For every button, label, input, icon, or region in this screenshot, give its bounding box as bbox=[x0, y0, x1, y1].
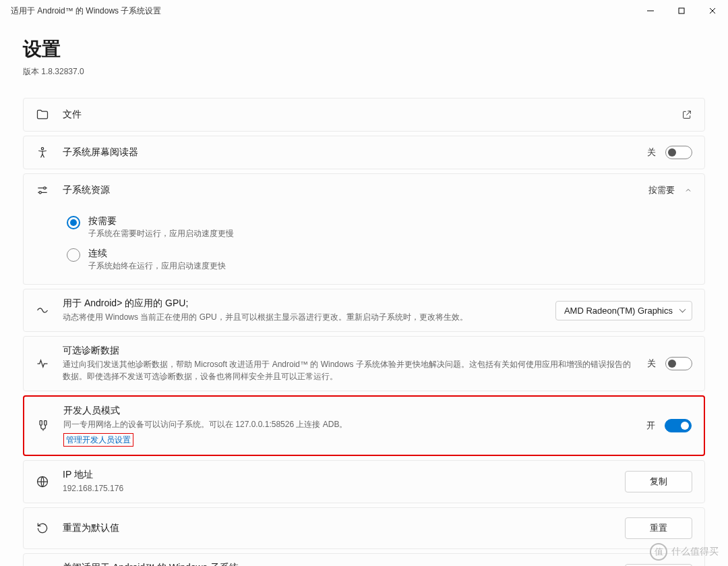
manage-developer-settings-link[interactable]: 管理开发人员设置 bbox=[66, 435, 131, 445]
gpu-title: 用于 Android> 的应用的 GPU; bbox=[63, 298, 542, 310]
developer-desc: 同一专用网络上的设备可以访问子系统。可以在 127.0.0.1:58526 上连… bbox=[63, 418, 633, 430]
resource-option-on-demand[interactable]: 按需要 子系统在需要时运行，应用启动速度更慢 bbox=[67, 211, 692, 244]
copy-ip-button[interactable]: 复制 bbox=[625, 471, 692, 492]
resources-state: 按需要 bbox=[648, 184, 675, 196]
svg-point-1 bbox=[41, 148, 43, 150]
screen-reader-label: 子系统屏幕阅读器 bbox=[63, 146, 634, 159]
svg-point-3 bbox=[39, 192, 41, 194]
ip-title: IP 地址 bbox=[63, 469, 611, 481]
reset-row: 重置为默认值 重置 bbox=[23, 507, 705, 549]
gpu-row: 用于 Android> 的应用的 GPU; 动态将使用 Windows 当前正在… bbox=[23, 289, 705, 332]
reset-button[interactable]: 重置 bbox=[625, 517, 692, 539]
shutdown-title: 关闭适用于 Android™ 的 Windows 子系统 bbox=[63, 562, 611, 566]
radio-unselected-icon[interactable] bbox=[67, 248, 80, 262]
option-desc: 子系统始终在运行，应用启动速度更快 bbox=[88, 260, 226, 272]
gpu-select[interactable]: AMD Radeon(TM) Graphics bbox=[555, 301, 692, 320]
watermark: 值 什么值得买 bbox=[650, 543, 719, 561]
minimize-button[interactable] bbox=[635, 0, 666, 22]
developer-toggle[interactable] bbox=[665, 419, 692, 432]
external-link-icon bbox=[681, 109, 692, 120]
svg-rect-0 bbox=[679, 8, 684, 13]
chevron-up-icon bbox=[684, 186, 692, 194]
watermark-badge-icon: 值 bbox=[650, 543, 667, 561]
globe-icon bbox=[36, 475, 49, 488]
developer-icon bbox=[36, 419, 50, 432]
window-controls bbox=[635, 0, 728, 22]
resources-options: 按需要 子系统在需要时运行，应用启动速度更慢 连续 子系统始终在运行，应用启动速… bbox=[23, 203, 705, 285]
reset-title: 重置为默认值 bbox=[63, 522, 611, 534]
svg-rect-4 bbox=[40, 421, 42, 426]
version-label: 版本 1.8.32837.0 bbox=[23, 66, 705, 78]
option-title: 按需要 bbox=[88, 215, 234, 227]
screen-reader-row[interactable]: 子系统屏幕阅读器 关 bbox=[23, 136, 705, 169]
files-label: 文件 bbox=[63, 109, 668, 121]
close-button[interactable] bbox=[697, 0, 728, 22]
resource-option-continuous[interactable]: 连续 子系统始终在运行，应用启动速度更快 bbox=[67, 244, 692, 276]
accessibility-icon bbox=[36, 146, 49, 159]
option-desc: 子系统在需要时运行，应用启动速度更慢 bbox=[88, 228, 234, 239]
gpu-desc: 动态将使用 Windows 当前正在使用的 GPU，并且可以根据主显示器进行更改… bbox=[63, 311, 542, 323]
gpu-icon bbox=[36, 304, 49, 317]
svg-rect-5 bbox=[44, 421, 47, 426]
resources-label: 子系统资源 bbox=[63, 184, 635, 196]
settings-content: 文件 子系统屏幕阅读器 关 子系统资源 按需要 按需要 子系统在需要时运行，应用… bbox=[0, 83, 728, 566]
folder-icon bbox=[36, 108, 49, 121]
developer-state: 开 bbox=[646, 420, 655, 432]
diagnostic-toggle[interactable] bbox=[665, 357, 692, 370]
option-title: 连续 bbox=[88, 248, 226, 260]
watermark-text: 什么值得买 bbox=[671, 546, 719, 558]
developer-mode-row: 开发人员模式 同一专用网络上的设备可以访问子系统。可以在 127.0.0.1:5… bbox=[23, 395, 705, 456]
developer-link-highlight: 管理开发人员设置 bbox=[63, 433, 133, 447]
diagnostic-row: 可选诊断数据 通过向我们发送其他诊断数据，帮助 Microsoft 改进适用于 … bbox=[23, 336, 705, 391]
files-row[interactable]: 文件 bbox=[23, 98, 705, 132]
ip-value: 192.168.175.176 bbox=[63, 482, 611, 494]
screen-reader-state: 关 bbox=[647, 146, 656, 159]
page-header: 设置 版本 1.8.32837.0 bbox=[0, 22, 728, 83]
diagnostic-desc: 通过向我们发送其他诊断数据，帮助 Microsoft 改进适用于 Android… bbox=[63, 358, 634, 383]
diagnostic-title: 可选诊断数据 bbox=[63, 345, 634, 357]
maximize-button[interactable] bbox=[666, 0, 697, 22]
window-titlebar: 适用于 Android™ 的 Windows 子系统设置 bbox=[0, 0, 728, 22]
diagnostic-state: 关 bbox=[647, 358, 656, 370]
radio-selected-icon[interactable] bbox=[67, 216, 80, 229]
svg-point-2 bbox=[44, 187, 46, 189]
sliders-icon bbox=[36, 183, 49, 197]
page-title: 设置 bbox=[23, 36, 705, 62]
reset-icon bbox=[36, 521, 49, 535]
shutdown-row: 关闭适用于 Android™ 的 Windows 子系统 所有应用都将关闭，子系… bbox=[23, 553, 705, 566]
window-title: 适用于 Android™ 的 Windows 子系统设置 bbox=[11, 5, 161, 17]
resources-row[interactable]: 子系统资源 按需要 bbox=[23, 173, 705, 207]
heartbeat-icon bbox=[36, 357, 49, 370]
screen-reader-toggle[interactable] bbox=[665, 146, 692, 159]
ip-address-row: IP 地址 192.168.175.176 复制 bbox=[23, 460, 705, 503]
developer-title: 开发人员模式 bbox=[63, 405, 633, 417]
